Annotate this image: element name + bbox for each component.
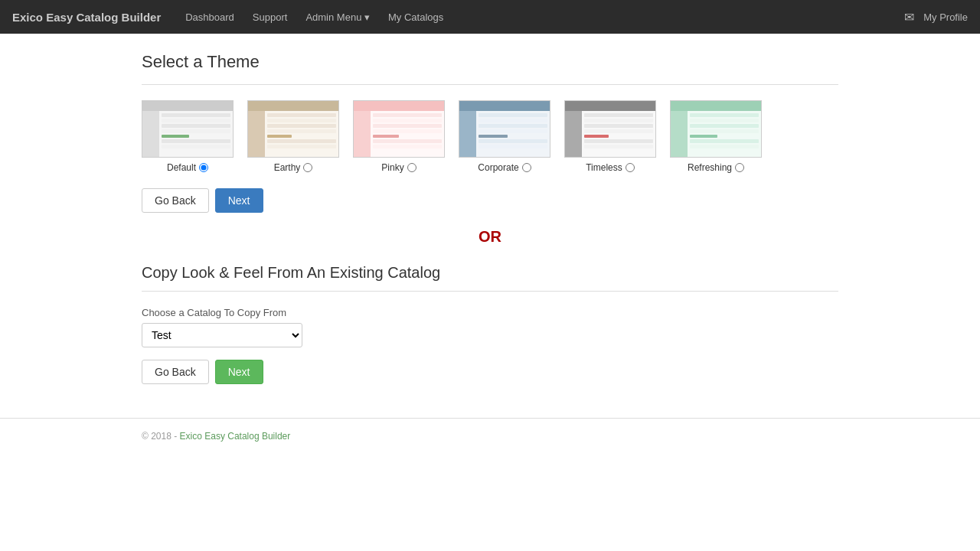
- mail-icon[interactable]: ✉: [904, 10, 914, 24]
- or-divider: OR: [142, 228, 838, 246]
- copy-section-divider: [142, 291, 838, 292]
- go-back-button-1[interactable]: Go Back: [142, 188, 209, 213]
- theme-radio-timeless[interactable]: [626, 163, 635, 172]
- nav-my-profile[interactable]: My Profile: [923, 11, 968, 23]
- catalog-form-group: Choose a Catalog To Copy From Test: [142, 307, 838, 347]
- theme-item-refreshing[interactable]: Refreshing: [670, 100, 762, 173]
- theme-preview-refreshing: [670, 100, 762, 158]
- nav-support[interactable]: Support: [253, 11, 288, 23]
- theme-radio-refreshing[interactable]: [735, 163, 744, 172]
- copy-section-title: Copy Look & Feel From An Existing Catalo…: [142, 264, 838, 282]
- page-content: Select a Theme: [0, 34, 980, 418]
- theme-label-timeless: Timeless: [586, 162, 635, 173]
- theme-radio-default[interactable]: [199, 163, 208, 172]
- navbar-right: ✉ My Profile: [904, 10, 968, 24]
- theme-preview-pinky: [353, 100, 445, 158]
- theme-button-group: Go Back Next: [142, 188, 838, 213]
- catalog-select[interactable]: Test: [142, 323, 302, 347]
- theme-label-earthy: Earthy: [274, 162, 313, 173]
- theme-label-refreshing: Refreshing: [688, 162, 744, 173]
- app-brand: Exico Easy Catalog Builder: [12, 11, 161, 24]
- theme-item-corporate[interactable]: Corporate: [459, 100, 550, 173]
- theme-label-corporate: Corporate: [478, 162, 531, 173]
- theme-label-default: Default: [167, 162, 208, 173]
- navbar: Exico Easy Catalog Builder Dashboard Sup…: [0, 0, 980, 34]
- theme-preview-corporate: [459, 100, 550, 158]
- footer-link[interactable]: Exico Easy Catalog Builder: [180, 431, 291, 442]
- nav-my-catalogs[interactable]: My Catalogs: [388, 11, 443, 23]
- next-button-1[interactable]: Next: [215, 188, 263, 213]
- themes-row: Default: [142, 100, 838, 173]
- catalog-select-label: Choose a Catalog To Copy From: [142, 307, 838, 318]
- theme-radio-corporate[interactable]: [522, 163, 531, 172]
- theme-radio-pinky[interactable]: [407, 163, 416, 172]
- copy-button-group: Go Back Next: [142, 360, 838, 384]
- theme-item-default[interactable]: Default: [142, 100, 234, 173]
- theme-item-pinky[interactable]: Pinky: [353, 100, 445, 173]
- nav-admin-menu[interactable]: Admin Menu ▾: [305, 11, 370, 23]
- theme-radio-earthy[interactable]: [303, 163, 312, 172]
- theme-preview-timeless: [564, 100, 656, 158]
- theme-section-divider: [142, 84, 838, 85]
- footer: © 2018 - Exico Easy Catalog Builder: [0, 418, 980, 454]
- theme-preview-earthy: [247, 100, 339, 158]
- chevron-down-icon: ▾: [364, 11, 370, 23]
- nav-dashboard[interactable]: Dashboard: [185, 11, 234, 23]
- theme-item-timeless[interactable]: Timeless: [564, 100, 656, 173]
- go-back-button-2[interactable]: Go Back: [142, 360, 209, 384]
- theme-item-earthy[interactable]: Earthy: [247, 100, 339, 173]
- footer-copyright: © 2018 -: [142, 431, 180, 442]
- theme-preview-default: [142, 100, 234, 158]
- next-button-2[interactable]: Next: [215, 360, 263, 384]
- theme-label-pinky: Pinky: [381, 162, 416, 173]
- select-theme-title: Select a Theme: [142, 52, 838, 72]
